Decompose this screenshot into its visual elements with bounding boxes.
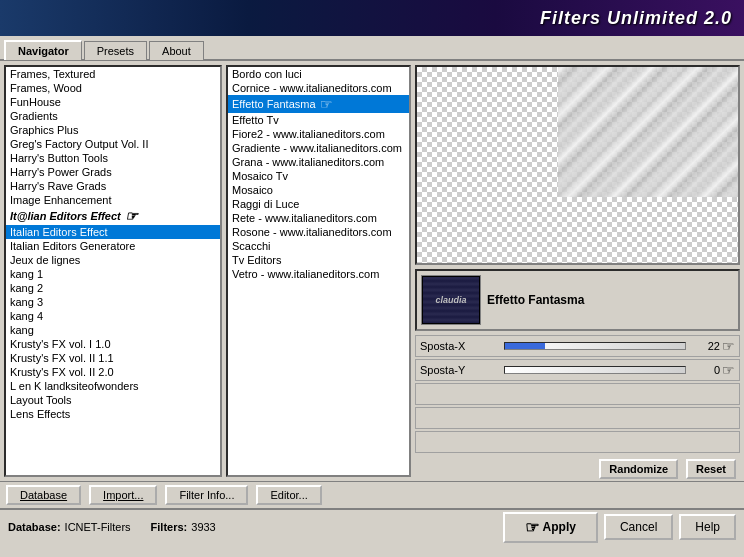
- filter-info-row: claudia Effetto Fantasma: [415, 269, 740, 331]
- tab-navigator[interactable]: Navigator: [4, 40, 82, 60]
- hand-arrow-icon: ☞: [320, 96, 333, 112]
- database-button[interactable]: Database: [6, 485, 81, 505]
- param-label-y: Sposta-Y: [420, 364, 500, 376]
- param-slider-fill-x: [505, 343, 545, 349]
- param-empty-3: [415, 431, 740, 453]
- right-panel: claudia Effetto Fantasma Sposta-X 22 ☞ S…: [415, 65, 740, 477]
- database-value: ICNET-Filters: [65, 521, 131, 533]
- nav-item[interactable]: FunHouse: [6, 95, 220, 109]
- status-buttons: ☞ Apply Cancel Help: [503, 512, 736, 543]
- nav-item-graphics-plus[interactable]: Graphics Plus: [6, 123, 220, 137]
- nav-item-harrys-rave-grads[interactable]: Harry's Rave Grads: [6, 179, 220, 193]
- editor-button[interactable]: Editor...: [256, 485, 321, 505]
- nav-item-italian-italic[interactable]: It@lian Editors Effect ☞: [6, 207, 220, 225]
- nav-item[interactable]: Frames, Wood: [6, 81, 220, 95]
- apply-hand-icon: ☞: [525, 518, 539, 537]
- filter-item-effetto-fantasma[interactable]: Effetto Fantasma ☞: [228, 95, 409, 113]
- main-content: Frames, Textured Frames, Wood FunHouse G…: [0, 61, 744, 481]
- filter-item[interactable]: Gradiente - www.italianeditors.com: [228, 141, 409, 155]
- nav-item[interactable]: L en K landksiteofwonders: [6, 379, 220, 393]
- nav-item-layout-tools[interactable]: Layout Tools: [6, 393, 220, 407]
- help-button[interactable]: Help: [679, 514, 736, 540]
- filter-item[interactable]: Rosone - www.italianeditors.com: [228, 225, 409, 239]
- param-empty-2: [415, 407, 740, 429]
- rand-reset-bar: Randomize Reset: [415, 457, 740, 481]
- tab-presets[interactable]: Presets: [84, 41, 147, 60]
- title-version: 2.0: [704, 8, 732, 28]
- filter-panel[interactable]: Bordo con luci Cornice - www.italianedit…: [226, 65, 411, 477]
- nav-item[interactable]: kang 3: [6, 295, 220, 309]
- param-row-sposta-y: Sposta-Y 0 ☞: [415, 359, 740, 381]
- filter-icon: claudia: [421, 275, 481, 325]
- nav-item[interactable]: Krusty's FX vol. II 1.1: [6, 351, 220, 365]
- filter-item[interactable]: Cornice - www.italianeditors.com: [228, 81, 409, 95]
- filters-value: 3933: [191, 521, 215, 533]
- param-slider-y[interactable]: [504, 366, 686, 374]
- filter-item[interactable]: Mosaico Tv: [228, 169, 409, 183]
- nav-item[interactable]: Lens Effects: [6, 407, 220, 421]
- tab-about[interactable]: About: [149, 41, 204, 60]
- cancel-button[interactable]: Cancel: [604, 514, 673, 540]
- apply-label: Apply: [543, 520, 576, 534]
- nav-item-italian-editors-effect[interactable]: Italian Editors Effect: [6, 225, 220, 239]
- param-row-sposta-x: Sposta-X 22 ☞: [415, 335, 740, 357]
- nav-item[interactable]: Frames, Textured: [6, 67, 220, 81]
- nav-item[interactable]: Jeux de lignes: [6, 253, 220, 267]
- database-label: Database:: [8, 521, 61, 533]
- filter-item[interactable]: Fiore2 - www.italianeditors.com: [228, 127, 409, 141]
- param-value-y: 0: [690, 364, 720, 376]
- filter-info-button[interactable]: Filter Info...: [165, 485, 248, 505]
- navigator-panel[interactable]: Frames, Textured Frames, Wood FunHouse G…: [4, 65, 222, 477]
- status-filters: Filters: 3933: [151, 521, 216, 533]
- nav-item[interactable]: Krusty's FX vol. II 2.0: [6, 365, 220, 379]
- filter-item[interactable]: Scacchi: [228, 239, 409, 253]
- filter-item[interactable]: Bordo con luci: [228, 67, 409, 81]
- filter-item[interactable]: Rete - www.italianeditors.com: [228, 211, 409, 225]
- nav-item[interactable]: kang 2: [6, 281, 220, 295]
- filter-item[interactable]: Grana - www.italianeditors.com: [228, 155, 409, 169]
- tab-bar: Navigator Presets About: [0, 36, 744, 61]
- nav-item[interactable]: Harry's Power Grads: [6, 165, 220, 179]
- status-bar: Database: ICNET-Filters Filters: 3933 ☞ …: [0, 508, 744, 544]
- filter-item-tv-editors[interactable]: Tv Editors: [228, 253, 409, 267]
- apply-button[interactable]: ☞ Apply: [503, 512, 598, 543]
- import-button[interactable]: Import...: [89, 485, 157, 505]
- nav-item[interactable]: Italian Editors Generatore: [6, 239, 220, 253]
- filter-item[interactable]: Raggi di Luce: [228, 197, 409, 211]
- title-bar: Filters Unlimited 2.0: [0, 0, 744, 36]
- app-title: Filters Unlimited 2.0: [540, 8, 732, 29]
- nav-item[interactable]: kang 1: [6, 267, 220, 281]
- filters-label: Filters:: [151, 521, 188, 533]
- nav-item[interactable]: Harry's Button Tools: [6, 151, 220, 165]
- status-database: Database: ICNET-Filters: [8, 521, 131, 533]
- nav-item[interactable]: Greg's Factory Output Vol. II: [6, 137, 220, 151]
- preview-area: [415, 65, 740, 265]
- nav-item[interactable]: Gradients: [6, 109, 220, 123]
- filter-item[interactable]: Mosaico: [228, 183, 409, 197]
- filter-item[interactable]: Vetro - www.italianeditors.com: [228, 267, 409, 281]
- nav-item[interactable]: Krusty's FX vol. I 1.0: [6, 337, 220, 351]
- nav-item[interactable]: kang 4: [6, 309, 220, 323]
- filter-item-label: Effetto Fantasma: [232, 98, 316, 110]
- reset-button[interactable]: Reset: [686, 459, 736, 479]
- param-hand-icon-x: ☞: [722, 338, 735, 354]
- preview-marble-overlay: [558, 67, 738, 197]
- randomize-button[interactable]: Randomize: [599, 459, 678, 479]
- nav-item-label: It@lian Editors Effect: [10, 210, 121, 222]
- hand-icon: ☞: [125, 208, 138, 224]
- nav-item[interactable]: kang: [6, 323, 220, 337]
- filter-icon-inner: claudia: [423, 277, 479, 323]
- title-prefix: Filters Unlimited: [540, 8, 704, 28]
- param-label-x: Sposta-X: [420, 340, 500, 352]
- param-empty-1: [415, 383, 740, 405]
- param-value-x: 22: [690, 340, 720, 352]
- filter-name-display: Effetto Fantasma: [487, 293, 734, 307]
- bottom-toolbar: Database Import... Filter Info... Editor…: [0, 481, 744, 508]
- param-slider-x[interactable]: [504, 342, 686, 350]
- filter-item[interactable]: Effetto Tv: [228, 113, 409, 127]
- nav-item[interactable]: Image Enhancement: [6, 193, 220, 207]
- param-hand-icon-y: ☞: [722, 362, 735, 378]
- params-area: Sposta-X 22 ☞ Sposta-Y 0 ☞: [415, 335, 740, 453]
